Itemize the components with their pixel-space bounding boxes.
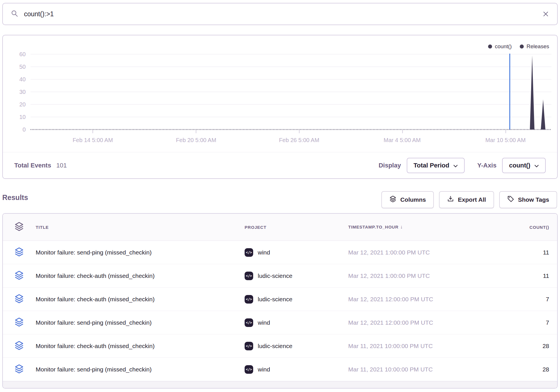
project-cell: </> ludic-science (245, 295, 348, 304)
table-row: Monitor failure: check-auth (missed_chec… (3, 334, 557, 358)
export-all-button[interactable]: Export All (439, 191, 494, 208)
display-label: Display (378, 162, 401, 169)
layers-icon (14, 294, 36, 305)
project-cell: </> ludic-science (245, 342, 348, 350)
results-actions: Columns Export All Show Tags (381, 191, 557, 208)
y-axis-label: 0 (6, 125, 26, 134)
events-chart-panel: count() Releases 60 50 40 30 20 10 0 Feb… (2, 35, 558, 179)
layers-icon (14, 317, 36, 328)
releases-series-dot-icon (520, 45, 524, 49)
project-name: ludic-science (258, 296, 292, 303)
timestamp-cell: Mar 12, 2021 1:00:00 PM UTC (348, 249, 509, 256)
chart-legend: count() Releases (488, 43, 549, 50)
table-row: Monitor failure: check-auth (missed_chec… (3, 288, 557, 311)
column-header-count[interactable]: COUNT() (509, 225, 549, 230)
count-series-dot-icon (488, 45, 492, 49)
discover-page: count() Releases 60 50 40 30 20 10 0 Feb… (0, 0, 560, 392)
column-header-project[interactable]: PROJECT (245, 225, 348, 230)
table-row: Monitor failure: send-ping (missed_check… (3, 241, 557, 264)
export-all-button-label: Export All (458, 196, 486, 203)
search-icon (11, 10, 18, 18)
columns-button[interactable]: Columns (381, 191, 434, 208)
legend-count-label: count() (495, 43, 512, 50)
layers-icon (14, 364, 36, 375)
event-title-link[interactable]: Monitor failure: check-auth (missed_chec… (36, 272, 245, 279)
timestamp-cell: Mar 11, 2021 10:00:00 PM UTC (348, 366, 509, 373)
column-header-timestamp[interactable]: TIMESTAMP.TO_HOUR↓ (348, 224, 509, 230)
event-title-link[interactable]: Monitor failure: check-auth (missed_chec… (36, 343, 245, 349)
y-axis-select-value: count() (509, 162, 530, 169)
project-platform-icon: </> (245, 365, 253, 374)
layers-icon (14, 247, 36, 258)
table-row: Monitor failure: send-ping (missed_check… (3, 311, 557, 334)
total-events-label: Total Events (14, 162, 51, 169)
columns-button-label: Columns (400, 196, 426, 203)
count-cell: 11 (509, 249, 549, 256)
table-row: Monitor failure: send-ping (missed_check… (3, 358, 557, 381)
y-axis-select[interactable]: count() (502, 158, 546, 173)
column-header-title[interactable]: TITLE (36, 225, 245, 230)
project-name: ludic-science (258, 343, 292, 349)
table-header-row: TITLE PROJECT TIMESTAMP.TO_HOUR↓ COUNT() (3, 214, 557, 241)
project-platform-icon: </> (245, 272, 253, 280)
timestamp-cell: Mar 12, 2021 1:00:00 PM UTC (348, 272, 509, 279)
search-input[interactable] (24, 10, 542, 18)
chevron-down-icon (534, 162, 539, 169)
project-name: wind (258, 366, 270, 373)
project-platform-icon: </> (245, 295, 253, 304)
results-table: TITLE PROJECT TIMESTAMP.TO_HOUR↓ COUNT()… (2, 213, 558, 389)
project-cell: </> wind (245, 365, 348, 374)
legend-item-count[interactable]: count() (488, 43, 512, 50)
y-axis-label: 20 (6, 100, 26, 109)
tag-icon (507, 195, 514, 204)
project-cell: </> wind (245, 248, 348, 257)
count-cell: 7 (509, 319, 549, 326)
sort-desc-icon: ↓ (400, 224, 403, 230)
search-bar (2, 3, 558, 25)
project-cell: </> wind (245, 318, 348, 327)
timestamp-cell: Mar 12, 2021 12:00:00 PM UTC (348, 319, 509, 326)
total-events-value: 101 (56, 162, 67, 169)
display-select[interactable]: Total Period (407, 158, 465, 173)
events-chart (3, 35, 558, 147)
project-platform-icon: </> (245, 342, 253, 350)
layers-icon (14, 270, 36, 281)
y-axis-label: 60 (6, 50, 26, 58)
timestamp-cell: Mar 12, 2021 12:00:00 PM UTC (348, 296, 509, 303)
event-title-link[interactable]: Monitor failure: send-ping (missed_check… (36, 366, 245, 373)
show-tags-button[interactable]: Show Tags (499, 191, 557, 208)
project-name: wind (258, 249, 270, 256)
layers-icon (389, 195, 396, 204)
chevron-down-icon (453, 162, 458, 169)
x-axis-label: Feb 20 5:00 AM (162, 136, 230, 144)
layers-icon (14, 222, 36, 233)
project-platform-icon: </> (245, 248, 253, 257)
count-cell: 7 (509, 296, 549, 303)
project-name: ludic-science (258, 272, 292, 279)
legend-releases-label: Releases (527, 43, 549, 50)
event-title-link[interactable]: Monitor failure: check-auth (missed_chec… (36, 296, 245, 303)
display-select-value: Total Period (414, 162, 450, 169)
table-footer-strip (3, 381, 557, 389)
x-axis-label: Feb 14 5:00 AM (59, 136, 127, 144)
count-cell: 28 (509, 366, 549, 373)
clear-search-button[interactable] (542, 11, 549, 17)
event-title-link[interactable]: Monitor failure: send-ping (missed_check… (36, 319, 245, 326)
y-axis-select-label: Y-Axis (477, 162, 496, 169)
x-axis-label: Mar 4 5:00 AM (368, 136, 436, 144)
count-cell: 28 (509, 343, 549, 349)
timestamp-cell: Mar 11, 2021 10:00:00 PM UTC (348, 343, 509, 349)
project-platform-icon: </> (245, 318, 253, 327)
y-axis-label: 30 (6, 88, 26, 96)
x-axis-label: Feb 26 5:00 AM (265, 136, 333, 144)
count-cell: 11 (509, 272, 549, 279)
y-axis-label: 50 (6, 62, 26, 71)
y-axis-label: 10 (6, 113, 26, 121)
legend-item-releases[interactable]: Releases (520, 43, 549, 50)
table-row: Monitor failure: check-auth (missed_chec… (3, 264, 557, 288)
chart-footer: Total Events 101 Display Total Period Y-… (3, 152, 557, 178)
download-icon (447, 195, 454, 204)
y-axis-label: 40 (6, 75, 26, 84)
results-heading: Results (2, 193, 28, 202)
event-title-link[interactable]: Monitor failure: send-ping (missed_check… (36, 249, 245, 256)
